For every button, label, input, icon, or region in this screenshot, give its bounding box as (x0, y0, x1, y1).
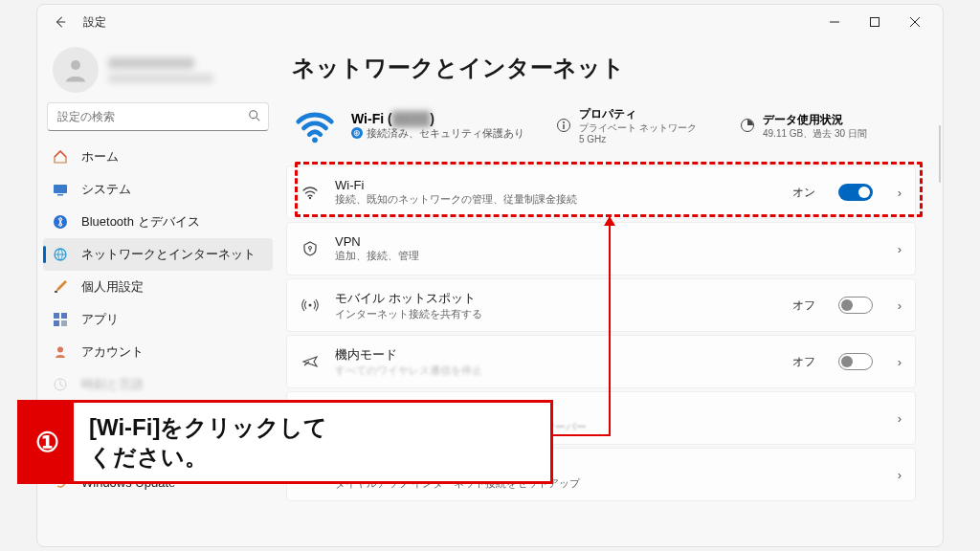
svg-point-24 (309, 197, 311, 199)
sidebar-item-accounts[interactable]: アカウント (43, 336, 273, 368)
row-wifi[interactable]: Wi-Fi接続、既知のネットワークの管理、従量制課金接続 オン › (286, 165, 916, 219)
apps-icon (53, 312, 68, 327)
user-text (108, 57, 213, 83)
brush-icon (53, 279, 68, 295)
info-icon (556, 118, 571, 133)
person-icon (61, 55, 90, 84)
sidebar-item-label: Bluetooth とデバイス (81, 213, 200, 231)
chevron-right-icon: › (898, 298, 902, 313)
vpn-icon (301, 239, 320, 258)
search-input[interactable] (47, 102, 269, 131)
annotation-text: [Wi-Fi]をクリックして ください。 (74, 403, 343, 481)
chevron-right-icon: › (898, 411, 902, 426)
accounts-icon (53, 344, 68, 360)
wifi-icon (301, 183, 320, 202)
chevron-right-icon: › (898, 468, 902, 482)
back-button[interactable] (45, 7, 76, 37)
hotspot-icon (301, 296, 320, 315)
sidebar-item-time[interactable]: 時刻と言語 (43, 368, 273, 401)
connected-dot-icon: ⊕ (351, 127, 363, 139)
row-airplane[interactable]: 機内モードすべてのワイヤレス通信を停止 オフ › (286, 335, 916, 388)
sidebar-item-label: システム (81, 181, 131, 198)
data-usage-icon (740, 118, 755, 133)
annotation-callout: ① [Wi-Fi]をクリックして ください。 (17, 400, 553, 484)
scrollbar[interactable] (939, 125, 941, 183)
chevron-right-icon: › (898, 186, 902, 200)
maximize-button[interactable] (855, 8, 895, 36)
row-vpn[interactable]: VPN追加、接続、管理 › (286, 222, 916, 276)
airplane-toggle[interactable] (838, 353, 873, 370)
svg-point-21 (563, 121, 565, 123)
chevron-right-icon: › (898, 242, 902, 256)
svg-rect-15 (61, 320, 67, 326)
svg-point-16 (57, 347, 63, 353)
avatar (53, 47, 99, 93)
wifi-toggle[interactable] (838, 184, 873, 201)
data-usage-link[interactable]: データ使用状況49.11 GB、過去 30 日間 (740, 112, 910, 140)
network-icon (53, 247, 68, 262)
close-button[interactable] (895, 8, 935, 36)
svg-rect-14 (54, 320, 59, 326)
time-icon (53, 377, 68, 392)
sidebar-item-label: ホーム (81, 148, 119, 165)
arrow-left-icon (54, 15, 67, 29)
user-block[interactable] (43, 43, 273, 102)
bluetooth-icon (53, 214, 68, 230)
home-icon (53, 149, 68, 165)
airplane-icon (301, 352, 320, 371)
svg-point-5 (250, 111, 257, 119)
status-subtitle: ⊕接続済み、セキュリティ保護あり (351, 126, 543, 141)
annotation-number: ① (20, 403, 74, 481)
svg-point-27 (309, 304, 312, 307)
row-hotspot[interactable]: モバイル ホットスポットインターネット接続を共有する オフ › (286, 278, 916, 332)
svg-line-6 (256, 118, 260, 121)
svg-rect-22 (563, 124, 564, 129)
sidebar-item-label: ネットワークとインターネット (81, 246, 256, 263)
svg-rect-7 (54, 185, 67, 193)
wifi-large-icon (292, 102, 338, 148)
minimize-button[interactable] (814, 8, 855, 36)
window-title: 設定 (83, 14, 106, 31)
svg-rect-1 (871, 18, 880, 27)
status-title: Wi-Fi (████) (351, 111, 543, 126)
svg-rect-13 (61, 313, 67, 319)
network-status-card: Wi-Fi (████) ⊕接続済み、セキュリティ保護あり プロパティプライベー… (286, 97, 916, 165)
nav: ホーム システム Bluetooth とデバイス ネットワークとインターネット … (43, 141, 273, 546)
svg-rect-11 (55, 291, 57, 293)
svg-point-4 (71, 60, 80, 70)
svg-point-19 (312, 137, 318, 143)
svg-rect-12 (54, 313, 59, 319)
sidebar-item-label: 時刻と言語 (81, 376, 144, 393)
sidebar-item-label: 個人用設定 (81, 278, 144, 296)
svg-rect-8 (57, 194, 63, 196)
search-icon (248, 109, 261, 126)
properties-link[interactable]: プロパティプライベート ネットワーク5 GHz (556, 106, 726, 145)
hotspot-toggle[interactable] (838, 297, 873, 314)
sidebar-item-bluetooth[interactable]: Bluetooth とデバイス (43, 206, 273, 238)
sidebar-item-label: アカウント (81, 343, 144, 361)
chevron-right-icon: › (898, 355, 902, 369)
sidebar-item-system[interactable]: システム (43, 173, 273, 206)
sidebar-item-network[interactable]: ネットワークとインターネット (43, 238, 273, 271)
sidebar-item-home[interactable]: ホーム (43, 141, 273, 173)
svg-point-25 (309, 247, 312, 250)
titlebar: 設定 (37, 5, 943, 39)
sidebar-item-personalization[interactable]: 個人用設定 (43, 271, 273, 303)
sidebar-item-apps[interactable]: アプリ (43, 303, 273, 336)
sidebar-item-label: アプリ (81, 311, 119, 328)
system-icon (53, 182, 68, 197)
page-title: ネットワークとインターネット (292, 53, 916, 83)
